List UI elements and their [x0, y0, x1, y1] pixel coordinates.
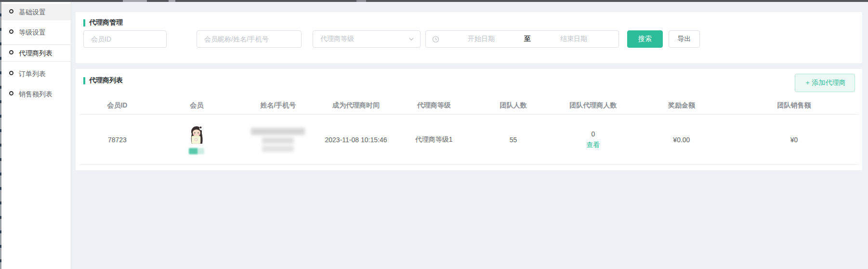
blurred-name-line: [251, 128, 305, 135]
date-range-picker[interactable]: 开始日期 至 结束日期: [425, 30, 619, 48]
title-accent-bar: [83, 77, 85, 84]
main-content: 代理商管理 代理商等级 开始日期 至: [71, 2, 868, 269]
col-header-agent-level: 代理商等级: [394, 101, 473, 110]
filter-row: 代理商等级 开始日期 至 结束日期 搜索 导出: [83, 30, 700, 48]
circle-icon: [9, 50, 13, 54]
date-range-separator: 至: [521, 35, 534, 43]
agent-list-card: 代理商列表 ＋ 添加代理商 会员ID 会员 姓名/手机号 成为代理商时间 代理商…: [76, 69, 862, 170]
sidebar-item-level-settings[interactable]: 等级设置: [1, 24, 71, 40]
sidebar-menu: 基础设置 等级设置 代理商列表 订单列表 销售额列表: [1, 2, 71, 102]
member-id-input[interactable]: [83, 30, 167, 48]
col-header-team-count: 团队人数: [473, 101, 553, 110]
avatar: [186, 125, 207, 145]
plus-icon: ＋: [804, 79, 811, 87]
table-row: 78723: [79, 115, 858, 165]
sidebar-item-basic-settings[interactable]: 基础设置: [1, 4, 71, 20]
sidebar-item-label: 销售额列表: [19, 90, 53, 98]
col-header-team-sales: 团队销售额: [730, 101, 858, 110]
title-accent-bar: [83, 19, 85, 27]
export-button[interactable]: 导出: [669, 30, 700, 48]
agent-admin-page: 基础设置 等级设置 代理商列表 订单列表 销售额列表: [0, 0, 868, 269]
filter-section-title: 代理商管理: [83, 18, 123, 27]
add-agent-button[interactable]: ＋ 添加代理商: [795, 74, 855, 92]
col-header-reward-amount: 奖励金额: [633, 101, 730, 110]
sidebar-item-label: 基础设置: [19, 8, 46, 16]
circle-icon: [9, 71, 13, 75]
cell-member: [155, 125, 238, 154]
cell-team-agent-count: 0 查看: [553, 130, 633, 149]
col-header-team-agent-count: 团队代理商人数: [553, 101, 633, 110]
cell-team-count: 55: [473, 136, 553, 144]
sidebar-item-agent-list[interactable]: 代理商列表: [1, 44, 71, 62]
sidebar-item-label: 代理商列表: [19, 49, 53, 57]
date-start-placeholder: 开始日期: [441, 35, 521, 43]
cell-agent-level: 代理商等级1: [394, 135, 473, 144]
col-header-name-phone: 姓名/手机号: [238, 101, 318, 110]
cell-member-id: 78723: [79, 136, 155, 144]
sidebar-item-order-list[interactable]: 订单列表: [1, 66, 71, 82]
search-button[interactable]: 搜索: [627, 30, 663, 48]
table-header-row: 会员ID 会员 姓名/手机号 成为代理商时间 代理商等级 团队人数 团队代理商人…: [79, 96, 858, 115]
team-agent-count-value: 0: [591, 130, 595, 138]
circle-icon: [9, 91, 13, 95]
sidebar-item-label: 等级设置: [19, 28, 46, 36]
agent-level-placeholder: 代理商等级: [320, 35, 408, 43]
add-agent-label: 添加代理商: [812, 79, 846, 87]
sidebar-item-sales-list[interactable]: 销售额列表: [1, 86, 71, 102]
page-title: 代理商管理: [89, 18, 123, 27]
chevron-down-icon: [408, 36, 414, 42]
cell-become-time: 2023-11-08 10:15:46: [318, 136, 394, 144]
col-header-member-id: 会员ID: [79, 101, 155, 110]
list-title: 代理商列表: [89, 76, 123, 85]
col-header-become-time: 成为代理商时间: [318, 101, 394, 110]
col-header-member: 会员: [155, 101, 238, 110]
date-end-placeholder: 结束日期: [534, 35, 614, 43]
circle-icon: [9, 29, 13, 34]
member-name-input[interactable]: [197, 30, 302, 48]
list-section-title: 代理商列表: [83, 76, 123, 85]
cell-team-sales: ¥0: [730, 136, 858, 144]
cell-name-phone: [238, 128, 318, 152]
sidebar: 基础设置 等级设置 代理商列表 订单列表 销售额列表: [1, 2, 71, 269]
agent-filter-card: 代理商管理 代理商等级 开始日期 至: [76, 12, 862, 63]
agent-level-select[interactable]: 代理商等级: [313, 30, 421, 48]
cell-reward-amount: ¥0.00: [633, 136, 730, 144]
view-link[interactable]: 查看: [586, 141, 600, 149]
circle-icon: [9, 9, 13, 13]
member-tag-blurred: [189, 148, 204, 154]
sidebar-item-label: 订单列表: [19, 70, 46, 78]
blurred-phone-line: [262, 146, 294, 152]
blurred-phone-line: [262, 137, 294, 144]
clock-icon: [432, 36, 439, 43]
